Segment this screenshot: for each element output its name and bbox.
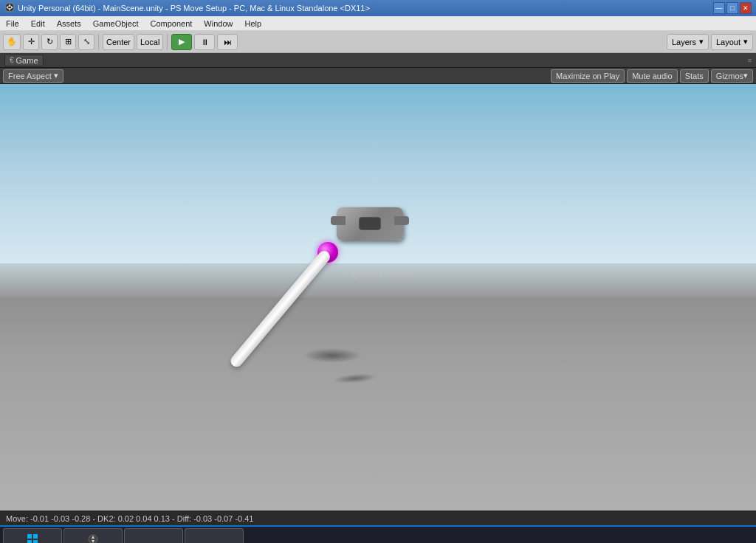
rect-icon: ⊞	[65, 37, 72, 46]
toolbar-scale-tool[interactable]: ⤡	[78, 34, 94, 50]
layout-chevron-icon: ▾	[743, 37, 748, 46]
toolbar-right: Layers ▾ Layout ▾	[667, 34, 753, 50]
menu-assets[interactable]: Assets	[51, 18, 87, 30]
layout-dropdown[interactable]: Layout ▾	[711, 34, 753, 50]
gizmos-chevron-icon: ▾	[743, 71, 748, 80]
toolbar-hand-tool[interactable]: ✋	[3, 34, 21, 50]
hand-icon: ✋	[7, 37, 17, 46]
move-icon: ✛	[28, 37, 35, 46]
toolbar-local-button[interactable]: Local	[137, 34, 163, 50]
panel-scroll-icon[interactable]: ≡	[748, 57, 752, 64]
step-icon: ⏭	[224, 38, 232, 46]
mute-audio-label: Mute audio	[632, 72, 672, 80]
maximize-on-play-label: Maximize on Play	[556, 72, 619, 80]
unity-icon	[4, 2, 15, 14]
taskbar-unity-item[interactable]	[63, 528, 123, 543]
layers-chevron-icon: ▾	[699, 37, 704, 46]
center-label: Center	[106, 38, 131, 46]
game-toolbar: Free Aspect ▾ Maximize on Play Mute audi…	[0, 68, 756, 84]
stats-label: Stats	[685, 72, 704, 80]
taskbar-start[interactable]	[3, 528, 62, 543]
menu-gameobject[interactable]: GameObject	[87, 18, 145, 30]
maximize-on-play-button[interactable]: Maximize on Play	[551, 69, 625, 83]
capture-text: Capture Fenêtre	[343, 268, 413, 279]
unity-taskbar-icon	[88, 534, 98, 543]
status-text: Move: -0.01 -0.03 -0.28 - DK2: 0.02 0.04…	[6, 514, 253, 523]
scale-icon: ⤡	[83, 37, 90, 46]
game-viewport: Capture Fenêtre	[0, 84, 756, 511]
stats-button[interactable]: Stats	[680, 69, 709, 83]
aspect-label: Free Aspect	[8, 72, 52, 80]
ground-background	[0, 297, 756, 511]
play-button[interactable]: ▶	[171, 34, 192, 50]
aspect-dropdown[interactable]: Free Aspect ▾	[3, 69, 63, 83]
menu-file[interactable]: File	[0, 18, 25, 30]
taskbar-item-2[interactable]	[124, 528, 183, 543]
layout-label: Layout	[716, 38, 740, 46]
windows-icon	[27, 533, 38, 543]
svg-rect-7	[27, 540, 32, 543]
status-bar: Move: -0.01 -0.03 -0.28 - DK2: 0.02 0.04…	[0, 511, 756, 525]
minimize-button[interactable]: —	[713, 2, 725, 14]
play-icon: ▶	[179, 37, 185, 46]
game-toolbar-right: Maximize on Play Mute audio Stats Gizmos…	[551, 69, 753, 83]
taskbar	[0, 525, 756, 543]
gizmos-label: Gizmos	[716, 72, 743, 80]
headset-lens	[359, 217, 381, 230]
menu-help[interactable]: Help	[238, 18, 267, 30]
game-panel-header: € Game ≡	[0, 53, 756, 68]
game-tab[interactable]: € Game	[4, 55, 44, 66]
menu-component[interactable]: Component	[144, 18, 198, 30]
menu-bar: File Edit Assets GameObject Component Wi…	[0, 16, 756, 31]
vr-headset	[333, 204, 407, 244]
taskbar-item-3[interactable]	[185, 528, 244, 543]
headset-strap-right	[394, 216, 409, 225]
svg-rect-5	[27, 534, 32, 539]
svg-rect-6	[33, 534, 38, 539]
game-tab-icon: €	[10, 56, 14, 64]
toolbar-center-button[interactable]: Center	[103, 34, 134, 50]
refresh-icon: ↻	[47, 37, 53, 46]
local-label: Local	[140, 38, 159, 46]
toolbar-move-tool[interactable]: ✛	[23, 34, 39, 50]
game-tab-label: Game	[16, 56, 38, 65]
toolbar-separator-2	[167, 34, 168, 50]
layers-label: Layers	[672, 38, 696, 46]
pause-button[interactable]: ⏸	[194, 34, 215, 50]
svg-rect-8	[33, 540, 38, 543]
title-bar: Unity Personal (64bit) - MainScene.unity…	[0, 0, 756, 16]
layers-dropdown[interactable]: Layers ▾	[667, 34, 709, 50]
maximize-button[interactable]: □	[726, 2, 738, 14]
gizmos-button[interactable]: Gizmos ▾	[711, 69, 753, 83]
window-title: Unity Personal (64bit) - MainScene.unity…	[18, 4, 713, 13]
pause-icon: ⏸	[201, 38, 209, 46]
headset-body	[337, 207, 403, 241]
toolbar-rect-tool[interactable]: ⊞	[60, 34, 76, 50]
main-toolbar: ✋ ✛ ↻ ⊞ ⤡ Center Local ▶ ⏸ ⏭ Layers ▾ La…	[0, 31, 756, 53]
step-button[interactable]: ⏭	[217, 34, 238, 50]
toolbar-separator-1	[98, 34, 99, 50]
aspect-chevron-icon: ▾	[54, 71, 58, 80]
mute-audio-button[interactable]: Mute audio	[627, 69, 677, 83]
toolbar-refresh[interactable]: ↻	[41, 34, 58, 50]
menu-edit[interactable]: Edit	[25, 18, 51, 30]
menu-window[interactable]: Window	[198, 18, 238, 30]
close-button[interactable]: ✕	[740, 2, 752, 14]
headset-strap-left	[331, 216, 346, 225]
